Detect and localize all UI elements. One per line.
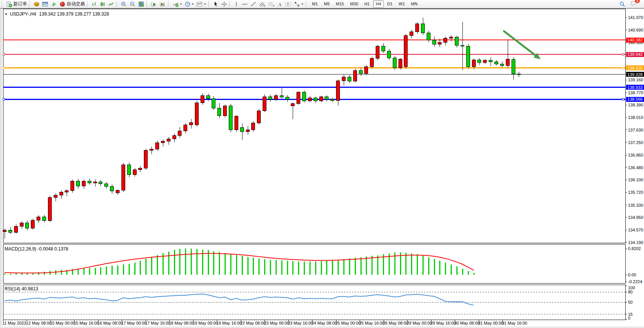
price-axis-label: 138.390 xyxy=(628,103,643,107)
periods-button[interactable]: ▼ xyxy=(183,0,195,8)
candle-body xyxy=(365,67,368,73)
price-axis-label: 138.010 xyxy=(628,115,643,120)
new-chart-button[interactable] xyxy=(41,0,50,8)
macd-hist-bar xyxy=(445,263,446,275)
hline-anchor[interactable] xyxy=(622,54,624,55)
main-panel[interactable] xyxy=(3,9,625,243)
candle-body xyxy=(359,70,363,73)
main-toolbar: 新订单 自动交易 xyxy=(0,0,644,8)
cursor-button[interactable] xyxy=(212,0,220,8)
hline-anchor[interactable] xyxy=(622,67,624,69)
chart-canvas[interactable]: 141.070140.690140.300139.160138.770138.3… xyxy=(0,8,644,328)
chart-window[interactable]: 141.070140.690140.300139.160138.770138.3… xyxy=(0,8,644,328)
timeframe-button-m15[interactable]: M15 xyxy=(333,0,346,8)
price-axis-label: 141.070 xyxy=(628,15,643,20)
macd-panel[interactable] xyxy=(3,244,625,283)
line-chart-button[interactable] xyxy=(107,0,115,8)
timeframe-button-m5[interactable]: M5 xyxy=(321,0,332,8)
dropdown-caret-icon[interactable]: ▼ xyxy=(180,3,182,5)
svg-text:F: F xyxy=(273,5,274,7)
chart-shift-button[interactable] xyxy=(158,0,167,8)
zoom-out-button[interactable] xyxy=(128,0,137,8)
candle-body xyxy=(495,62,498,64)
new-order-button[interactable]: 新订单 xyxy=(5,0,28,8)
zoom-in-button[interactable] xyxy=(120,0,128,8)
price-badge-label: 140.382 xyxy=(628,38,643,42)
macd-hist-bar xyxy=(292,261,293,275)
dropdown-caret-icon[interactable]: ▼ xyxy=(301,3,304,5)
candle-body xyxy=(43,217,46,221)
time-axis-label: 23 May 16:00 xyxy=(288,321,313,325)
auto-scroll-button[interactable] xyxy=(150,0,158,8)
templates-button[interactable]: ▼ xyxy=(195,0,207,8)
search-button[interactable] xyxy=(618,0,626,8)
candle-body xyxy=(269,97,272,100)
time-axis-label: 31 May 00:00 xyxy=(478,321,504,325)
macd-hist-bar xyxy=(179,249,180,275)
hline-anchor[interactable] xyxy=(3,54,5,55)
candle-body xyxy=(252,123,255,130)
vertical-line-button[interactable] xyxy=(233,0,240,8)
candle-body xyxy=(274,96,278,100)
chat-button[interactable]: 1 xyxy=(630,0,637,8)
timeframe-button-h4[interactable]: H4 xyxy=(373,0,384,8)
macd-axis-label: 0.00 xyxy=(628,273,636,277)
text-label-button[interactable]: T xyxy=(284,0,293,8)
timeframe-button-m30[interactable]: M30 xyxy=(348,0,361,8)
horizontal-line-button[interactable] xyxy=(240,0,249,8)
equidistant-channel-button[interactable]: E xyxy=(258,0,267,8)
macd-hist-bar xyxy=(371,256,373,275)
bar-chart-button[interactable] xyxy=(90,0,99,8)
tile-windows-icon xyxy=(138,1,144,7)
hline-anchor[interactable] xyxy=(3,67,5,69)
hline-anchor[interactable] xyxy=(3,98,5,100)
candle-body xyxy=(325,97,328,100)
indicators-button[interactable]: ▼ xyxy=(171,0,183,8)
macd-hist-bar xyxy=(405,253,406,275)
candle-body xyxy=(212,98,215,108)
candle-body xyxy=(308,98,312,101)
toolbar-grip xyxy=(29,1,31,7)
zoom-in-icon xyxy=(121,1,127,7)
timeframe-button-h1[interactable]: H1 xyxy=(362,0,372,8)
crosshair-button[interactable] xyxy=(220,0,228,8)
gold-cube-button[interactable] xyxy=(32,0,41,8)
dropdown-caret-icon[interactable]: ▼ xyxy=(204,3,206,5)
candle-body xyxy=(94,182,97,183)
signals-button[interactable] xyxy=(50,0,58,8)
toolbar-right-icons: 1 xyxy=(618,0,642,8)
candlestick-chart-button[interactable] xyxy=(99,0,107,8)
macd-hist-bar xyxy=(253,258,254,275)
trendline-button[interactable] xyxy=(249,0,258,8)
search-icon xyxy=(619,1,625,7)
candle-body xyxy=(122,165,125,190)
autotrading-button[interactable]: 自动交易 xyxy=(58,0,86,8)
tile-windows-button[interactable] xyxy=(137,0,145,8)
hline-anchor[interactable] xyxy=(622,98,624,100)
price-axis-label: 135.720 xyxy=(628,190,643,195)
candle-body xyxy=(354,70,357,81)
candle-body xyxy=(178,131,182,135)
macd-hist-bar xyxy=(213,251,214,275)
candle-body xyxy=(31,220,35,228)
notification-badge[interactable]: 1 xyxy=(635,0,640,3)
timeframe-button-mn[interactable]: MN xyxy=(408,0,420,8)
macd-hist-bar xyxy=(151,257,152,275)
macd-hist-bar xyxy=(112,266,113,275)
time-axis-label: 18 May 08:00 xyxy=(169,321,194,325)
timeframe-button-d1[interactable]: D1 xyxy=(384,0,395,8)
candle-body xyxy=(14,227,18,232)
toolbar-grip xyxy=(306,1,308,7)
time-axis-label: 29 May 00:00 xyxy=(407,321,432,325)
price-badge-label: 138.933 xyxy=(628,85,643,90)
timeframe-button-w1[interactable]: W1 xyxy=(396,0,408,8)
candle-body xyxy=(161,141,165,143)
macd-hist-bar xyxy=(321,261,322,275)
signals-icon xyxy=(51,1,57,7)
fibonacci-button[interactable]: F xyxy=(267,0,276,8)
arrows-button[interactable]: ▼ xyxy=(293,0,305,8)
dropdown-caret-icon[interactable]: ▼ xyxy=(191,3,194,5)
candle-body xyxy=(286,97,289,99)
text-button[interactable]: A xyxy=(276,0,284,8)
timeframe-button-m1[interactable]: M1 xyxy=(309,0,320,8)
